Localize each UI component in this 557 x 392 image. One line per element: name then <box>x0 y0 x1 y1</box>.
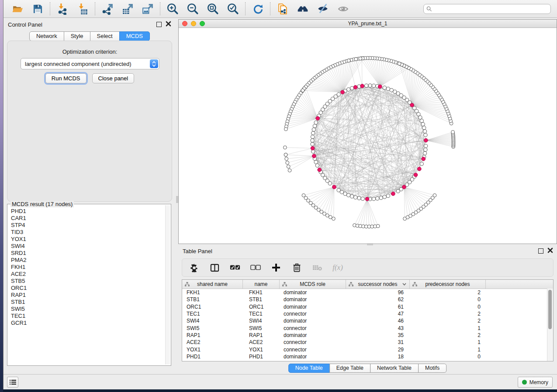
mcds-result-item[interactable]: PHD1 <box>8 208 165 215</box>
close-panel-button[interactable]: Close panel <box>92 73 135 83</box>
table-cell[interactable]: connector <box>280 311 346 317</box>
table-row[interactable]: YOX1YOX1connector291 <box>182 346 553 353</box>
table-cell[interactable]: 62 <box>346 296 410 303</box>
column-header-successor-nodes[interactable]: successor nodes <box>346 280 410 289</box>
tab-network-table[interactable]: Network Table <box>370 364 419 373</box>
table-row[interactable]: SWI4SWI4dominator462 <box>182 317 553 324</box>
table-row[interactable]: ACE2ACE2connector311 <box>182 339 553 346</box>
table-cell[interactable]: 2 <box>410 289 486 296</box>
table-cell[interactable]: 46 <box>346 318 410 324</box>
column-header-predecessor-nodes[interactable]: predecessor nodes <box>410 280 486 289</box>
mcds-result-item[interactable]: STP4 <box>8 222 165 229</box>
select-all-checkboxes-button[interactable] <box>230 262 240 273</box>
table-cell[interactable]: 61 <box>346 304 410 310</box>
mcds-result-item[interactable]: TEC1 <box>8 313 165 320</box>
mcds-result-item[interactable]: STB5 <box>8 278 165 285</box>
zoom-out-button[interactable] <box>186 2 199 15</box>
column-header-name[interactable]: name <box>243 280 280 289</box>
network-window-titlebar[interactable]: YPA_prune.txt_1 <box>179 20 557 28</box>
search-box[interactable] <box>423 4 551 14</box>
tab-style[interactable]: Style <box>64 31 90 41</box>
tab-node-table[interactable]: Node Table <box>288 364 330 373</box>
mcds-result-item[interactable]: YOX1 <box>8 236 165 243</box>
tab-select[interactable]: Select <box>90 31 120 41</box>
column-header-shared-name[interactable]: shared name <box>182 280 243 289</box>
add-column-button[interactable] <box>271 262 281 273</box>
minimize-window-icon[interactable] <box>191 21 196 26</box>
table-cell[interactable]: PHD1 <box>243 354 280 360</box>
zoom-fit-button[interactable] <box>206 2 219 15</box>
table-cell[interactable]: ACE2 <box>243 339 280 345</box>
table-cell[interactable]: SWI4 <box>243 318 280 324</box>
table-scrollbar[interactable] <box>547 289 553 361</box>
column-header-mcds-role[interactable]: MCDS role <box>280 280 346 289</box>
task-history-button[interactable] <box>7 377 18 388</box>
table-cell[interactable]: dominator <box>280 304 346 310</box>
table-cell[interactable]: 2 <box>410 311 486 317</box>
table-cell[interactable]: ACE2 <box>182 339 243 345</box>
table-row[interactable]: ORC1ORC1dominator610 <box>182 303 553 310</box>
table-cell[interactable]: SWI5 <box>243 325 280 331</box>
table-cell[interactable]: STB1 <box>182 296 243 303</box>
maximize-window-icon[interactable] <box>200 21 205 26</box>
table-cell[interactable]: 0 <box>410 354 486 360</box>
table-cell[interactable]: PHD1 <box>182 354 243 360</box>
mcds-result-item[interactable]: PMA2 <box>8 257 165 264</box>
table-cell[interactable]: FKH1 <box>243 289 280 296</box>
table-cell[interactable]: dominator <box>280 332 346 338</box>
memory-button[interactable]: Memory <box>518 377 553 388</box>
table-row[interactable]: SWI5SWI5connector431 <box>182 324 553 331</box>
table-cell[interactable]: connector <box>280 339 346 345</box>
run-mcds-button[interactable]: Run MCDS <box>45 73 86 83</box>
table-cell[interactable]: 31 <box>346 339 410 345</box>
table-cell[interactable]: dominator <box>280 289 346 296</box>
mcds-result-item[interactable]: STB1 <box>8 299 165 306</box>
table-cell[interactable]: YOX1 <box>182 347 243 353</box>
mcds-result-item[interactable]: SWI4 <box>8 243 165 250</box>
table-options-button[interactable] <box>189 262 199 273</box>
zoom-in-button[interactable] <box>166 2 179 15</box>
table-cell[interactable]: 96 <box>346 289 410 296</box>
search-network-button[interactable] <box>296 2 309 15</box>
mcds-result-item[interactable]: RAP1 <box>8 292 165 299</box>
mcds-result-item[interactable]: GCR1 <box>8 320 165 327</box>
optimization-criterion-select[interactable]: largest connected component (undirected) <box>21 58 159 69</box>
table-cell[interactable]: 18 <box>346 354 410 360</box>
table-cell[interactable]: RAP1 <box>243 332 280 338</box>
table-cell[interactable]: 2 <box>410 318 486 324</box>
table-row[interactable]: TEC1TEC1connector472 <box>182 310 553 317</box>
show-all-button[interactable] <box>336 2 349 15</box>
table-scrollbar-thumb[interactable] <box>548 290 552 329</box>
table-row[interactable]: FKH1FKH1dominator962 <box>182 289 553 296</box>
network-canvas[interactable] <box>179 28 557 244</box>
mcds-result-scrollbar[interactable] <box>165 205 170 364</box>
table-cell[interactable]: connector <box>280 325 346 331</box>
tab-motifs[interactable]: Motifs <box>418 364 446 373</box>
delete-column-button[interactable] <box>291 262 302 273</box>
hide-selected-button[interactable] <box>316 2 329 15</box>
tab-network[interactable]: Network <box>29 31 64 41</box>
table-cell[interactable]: dominator <box>280 318 346 324</box>
mcds-result-item[interactable]: TID3 <box>8 229 165 236</box>
table-cell[interactable]: ORC1 <box>243 304 280 310</box>
table-cell[interactable]: 1 <box>410 339 486 345</box>
table-cell[interactable]: 29 <box>346 347 410 353</box>
apply-layout-button[interactable] <box>251 2 264 15</box>
mcds-result-item[interactable]: SRD1 <box>8 250 165 257</box>
export-image-button[interactable] <box>141 2 154 15</box>
table-cell[interactable]: 0 <box>410 304 486 310</box>
import-table-button[interactable] <box>76 2 89 15</box>
function-builder-button[interactable]: f(x) <box>332 262 343 273</box>
table-cell[interactable]: 1 <box>410 325 486 331</box>
table-cell[interactable]: 2 <box>410 332 486 338</box>
table-cell[interactable]: SWI5 <box>182 325 243 331</box>
close-window-icon[interactable] <box>182 21 187 26</box>
tab-edge-table[interactable]: Edge Table <box>329 364 370 373</box>
table-cell[interactable]: FKH1 <box>182 289 243 296</box>
show-columns-button[interactable] <box>209 262 220 273</box>
search-input[interactable] <box>434 5 548 12</box>
table-row[interactable]: PHD1PHD1dominator180 <box>182 353 553 360</box>
mcds-result-item[interactable]: SWI5 <box>8 306 165 313</box>
export-table-button[interactable] <box>121 2 134 15</box>
mcds-result-item[interactable]: ACE2 <box>8 271 165 278</box>
